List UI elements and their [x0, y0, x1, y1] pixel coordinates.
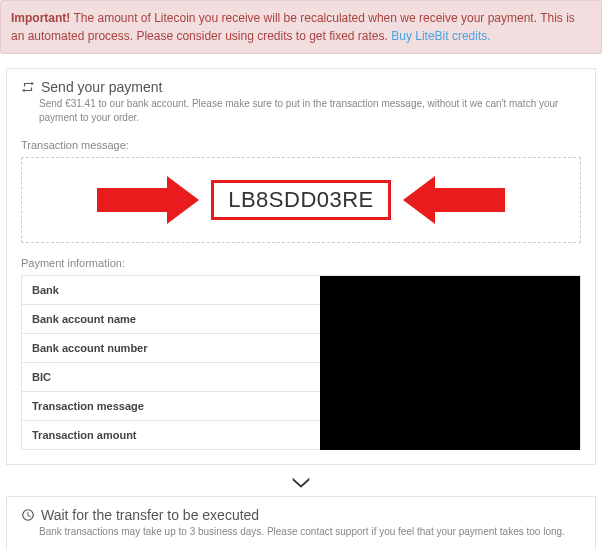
- step2-subtitle: Bank transactions may take up to 3 busin…: [39, 525, 581, 539]
- step-send-payment: Send your payment Send €31.41 to our ban…: [6, 68, 596, 465]
- clock-icon: [21, 508, 35, 522]
- transfer-icon: [21, 80, 35, 94]
- panel-title: Wait for the transfer to be executed: [21, 507, 581, 523]
- step1-subtitle: Send €31.41 to our bank account. Please …: [39, 97, 581, 125]
- redacted-block: [320, 276, 580, 450]
- payment-info-label: Payment information:: [21, 257, 581, 269]
- important-alert: Important! The amount of Litecoin you re…: [0, 0, 602, 54]
- arrow-right-icon: [97, 176, 199, 224]
- panel-title: Send your payment: [21, 79, 581, 95]
- buy-credits-link[interactable]: Buy LiteBit credits.: [391, 29, 490, 43]
- step1-title: Send your payment: [41, 79, 162, 95]
- txn-message-label: Transaction message:: [21, 139, 581, 151]
- alert-strong: Important!: [11, 11, 70, 25]
- step-wait-transfer: Wait for the transfer to be executed Ban…: [6, 496, 596, 550]
- arrow-left-icon: [403, 176, 505, 224]
- payment-info-table: Bank Bank account name Bank account numb…: [21, 275, 581, 450]
- step2-title: Wait for the transfer to be executed: [41, 507, 259, 523]
- chevron-down-icon: [0, 465, 602, 496]
- txn-code: LB8SDD03RE: [211, 180, 391, 220]
- txn-message-box: LB8SDD03RE: [21, 157, 581, 243]
